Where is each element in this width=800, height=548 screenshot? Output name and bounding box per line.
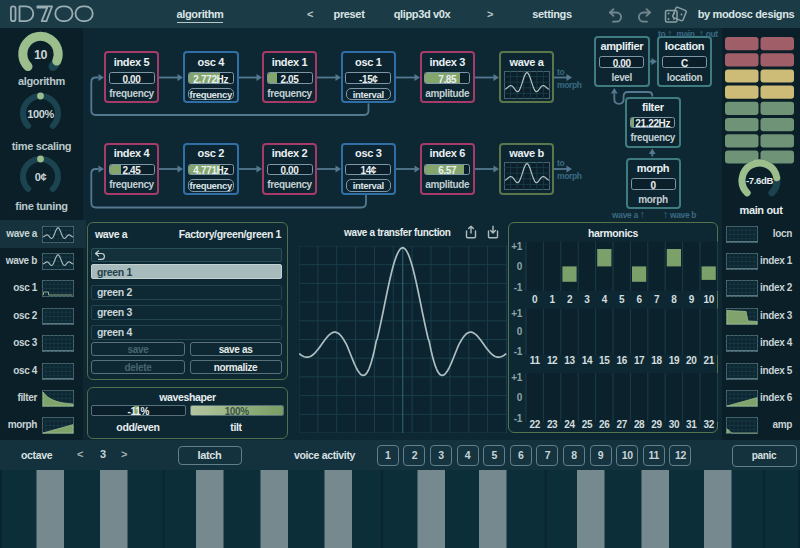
svg-text:0¢: 0¢	[35, 171, 47, 183]
svg-text:4: 4	[602, 294, 608, 305]
svg-text:2: 2	[567, 294, 573, 305]
svg-text:1: 1	[549, 294, 555, 305]
svg-text:0: 0	[517, 392, 523, 403]
svg-text:-1: -1	[514, 413, 523, 424]
svg-text:9: 9	[689, 294, 695, 305]
svg-text:21: 21	[703, 355, 714, 366]
svg-text:26: 26	[599, 419, 610, 430]
svg-text:14: 14	[582, 355, 593, 366]
svg-text:30: 30	[669, 419, 680, 430]
svg-text:+1: +1	[511, 308, 522, 319]
svg-text:18: 18	[651, 355, 662, 366]
svg-text:22: 22	[529, 419, 540, 430]
svg-text:8: 8	[671, 294, 677, 305]
svg-text:3: 3	[584, 294, 590, 305]
svg-text:6: 6	[636, 294, 642, 305]
svg-text:25: 25	[582, 419, 593, 430]
svg-text:-1: -1	[514, 282, 523, 293]
svg-text:27: 27	[616, 419, 627, 430]
svg-text:28: 28	[634, 419, 645, 430]
svg-text:19: 19	[669, 355, 680, 366]
svg-text:0: 0	[517, 326, 523, 337]
svg-text:12: 12	[547, 355, 558, 366]
svg-text:5: 5	[619, 294, 625, 305]
svg-text:16: 16	[616, 355, 627, 366]
svg-text:10: 10	[703, 294, 714, 305]
svg-text:0: 0	[532, 294, 538, 305]
svg-text:10: 10	[34, 48, 48, 62]
svg-text:100%: 100%	[27, 108, 54, 120]
svg-text:-1: -1	[514, 346, 523, 357]
svg-text:15: 15	[599, 355, 610, 366]
svg-text:17: 17	[634, 355, 645, 366]
svg-text:29: 29	[651, 419, 662, 430]
svg-text:31: 31	[686, 419, 697, 430]
svg-text:0: 0	[517, 261, 523, 272]
svg-text:32: 32	[703, 419, 714, 430]
svg-text:11: 11	[530, 355, 541, 366]
svg-text:23: 23	[547, 419, 558, 430]
svg-text:13: 13	[564, 355, 575, 366]
svg-text:20: 20	[686, 355, 697, 366]
svg-text:7: 7	[654, 294, 660, 305]
svg-text:-7.6dB: -7.6dB	[746, 175, 773, 186]
svg-text:+1: +1	[511, 372, 522, 383]
svg-text:+1: +1	[511, 241, 522, 252]
svg-text:24: 24	[564, 419, 575, 430]
